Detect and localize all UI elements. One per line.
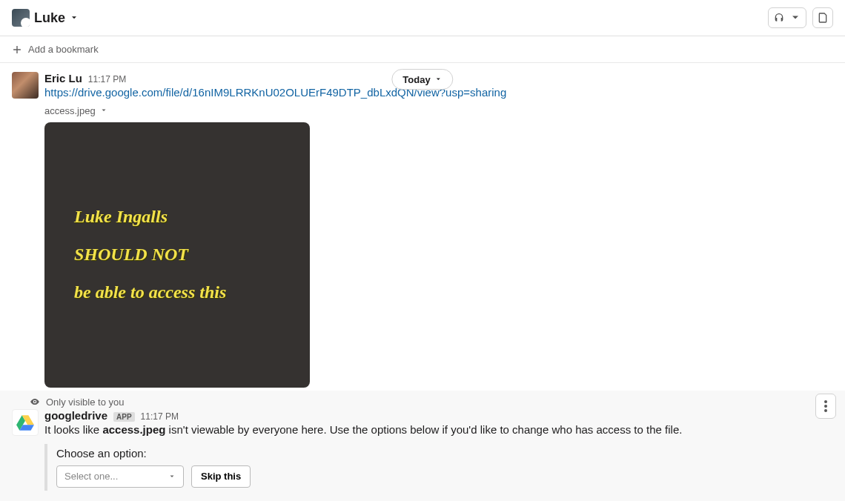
author-name[interactable]: Eric Lu: [44, 72, 82, 84]
headphones-icon: [773, 12, 785, 24]
chevron-down-icon: [70, 13, 79, 22]
skip-button[interactable]: Skip this: [191, 465, 251, 488]
message: Eric Lu 11:17 PM https://drive.google.co…: [0, 63, 845, 391]
timestamp[interactable]: 11:17 PM: [141, 411, 179, 422]
kebab-icon: [824, 400, 827, 412]
chevron-down-icon: [435, 76, 443, 83]
add-bookmark-label: Add a bookmark: [28, 44, 99, 55]
date-jump-button[interactable]: Today: [391, 69, 453, 90]
image-preview[interactable]: Luke Ingalls SHOULD NOT be able to acces…: [44, 122, 310, 388]
only-visible-label: Only visible to you: [46, 397, 125, 408]
dm-avatar: [12, 9, 30, 27]
file-name: access.jpeg: [44, 105, 96, 116]
svg-point-1: [824, 405, 827, 408]
caret-down-icon: [100, 107, 107, 114]
chevron-down-icon: [168, 473, 176, 480]
svg-point-2: [824, 409, 827, 412]
canvas-button[interactable]: [812, 7, 833, 28]
svg-point-0: [824, 400, 827, 403]
plus-icon: [12, 44, 22, 55]
channel-title-button[interactable]: Luke: [12, 9, 79, 27]
ephemeral-body: It looks like access.jpeg isn't viewable…: [44, 422, 833, 438]
message-actions-button[interactable]: [815, 394, 836, 419]
presence-indicator: [24, 21, 30, 27]
canvas-icon: [817, 12, 829, 24]
ephemeral-message: Only visible to you googledrive APP 11:1…: [0, 391, 845, 501]
channel-name: Luke: [34, 10, 65, 26]
image-text-line: SHOULD NOT: [74, 245, 310, 265]
timestamp[interactable]: 11:17 PM: [88, 74, 126, 84]
only-visible-indicator: Only visible to you: [12, 397, 833, 408]
file-label-button[interactable]: access.jpeg: [44, 105, 833, 116]
attachment-block: Choose an option: Select one... Skip thi…: [44, 444, 833, 491]
app-name[interactable]: googledrive: [44, 409, 107, 422]
image-text-line: Luke Ingalls: [74, 207, 310, 227]
select-placeholder: Select one...: [64, 471, 118, 482]
header-tools: [768, 7, 833, 28]
app-avatar[interactable]: [12, 409, 39, 436]
app-badge: APP: [113, 412, 135, 422]
eye-icon: [30, 397, 40, 407]
avatar[interactable]: [12, 72, 39, 99]
channel-header: Luke: [0, 0, 845, 36]
add-bookmark-button[interactable]: Add a bookmark: [0, 36, 845, 63]
image-text-line: be able to access this: [74, 282, 310, 302]
chevron-down-icon: [789, 12, 801, 24]
attachment-prompt: Choose an option:: [56, 447, 833, 460]
access-select[interactable]: Select one...: [56, 465, 184, 488]
huddle-button[interactable]: [768, 7, 806, 28]
date-label: Today: [402, 74, 430, 85]
google-drive-icon: [16, 413, 35, 432]
